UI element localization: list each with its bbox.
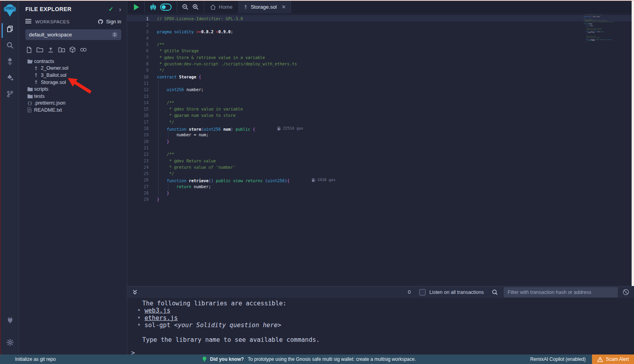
line-number: 21 [127, 145, 149, 151]
terminal-output[interactable]: The following libraries are accessible:•… [127, 298, 634, 356]
line-number: 2 [127, 22, 149, 28]
gas-estimate-badge: 2410 gas [312, 177, 336, 183]
tree-item-readme-txt[interactable]: README.txt [19, 107, 127, 114]
line-number: 16 [127, 112, 149, 118]
new-file-icon[interactable] [26, 47, 32, 53]
zoom-out-icon[interactable] [182, 4, 189, 10]
run-script-button[interactable] [134, 4, 139, 10]
code-editor[interactable]: 1234567891011121314151617181920212223242… [127, 13, 634, 286]
sol-icon [34, 66, 41, 71]
workspace-sort-icon [112, 32, 118, 38]
file-explorer-icon[interactable] [1, 22, 19, 36]
transaction-count-badge: 0 [408, 289, 411, 295]
line-number: 6 [127, 48, 149, 54]
clear-console-icon[interactable] [623, 289, 629, 295]
terminal-list-item: • sol-gpt <your Solidity question here> [127, 322, 634, 329]
tree-item-label: Storage.sol [41, 80, 66, 85]
tab-home-label: Home [219, 4, 233, 10]
tab-storage-sol[interactable]: Storage.sol ✕ [239, 1, 291, 13]
line-number: 7 [127, 54, 149, 61]
plugin-manager-icon[interactable] [1, 313, 19, 327]
terminal-line [127, 329, 634, 336]
listen-transactions-checkbox[interactable] [419, 289, 426, 295]
deploy-and-run-icon[interactable] [1, 71, 19, 84]
line-number: 8 [127, 61, 149, 67]
folder-icon [27, 87, 34, 91]
github-icon [97, 19, 104, 25]
publish-gist-icon[interactable] [69, 46, 76, 53]
workspaces-row: WORKSPACES Sign in [19, 14, 127, 28]
sign-in-button[interactable]: Sign in [97, 19, 121, 25]
upload-folder-icon[interactable] [58, 47, 65, 53]
tip-label: Did you know? [210, 356, 244, 362]
new-folder-icon[interactable] [36, 47, 43, 53]
terminal-search-icon[interactable] [492, 289, 498, 295]
window-top-border [0, 0, 634, 1]
tip-text: To prototype using the Gnosis safe multi… [248, 356, 416, 362]
workspaces-menu-icon[interactable] [25, 18, 31, 25]
line-number: 12 [127, 86, 149, 93]
copilot-status[interactable]: RemixAI Copilot (enabled) [530, 354, 586, 364]
warning-icon [597, 357, 603, 362]
status-bar: Initialize as git repo Did you know? To … [0, 354, 634, 364]
tree-item-label: 3_Ballot.sol [41, 72, 67, 78]
search-icon[interactable] [1, 38, 19, 52]
sign-in-label: Sign in [106, 19, 121, 25]
remix-logo-icon[interactable] [1, 3, 19, 17]
tree-item-storage-sol[interactable]: Storage.sol [19, 79, 127, 86]
terminal-link[interactable]: ethers.js [145, 314, 178, 322]
remix-ide-window: FILE EXPLORER ✓ › WORKSPACES Sign in def… [0, 0, 634, 364]
tree-item-contracts[interactable]: contracts [19, 58, 127, 65]
ai-copilot-robot-icon[interactable] [149, 4, 157, 11]
terminal-line: The following libraries are accessible: [127, 300, 634, 307]
git-init-button[interactable]: Initialize as git repo [15, 354, 56, 364]
line-number: 11 [127, 80, 149, 86]
terminal-line: Type the library name to see available c… [127, 336, 634, 343]
panel-header: FILE EXPLORER ✓ › [19, 1, 127, 14]
line-number: 18 [127, 125, 149, 131]
tree-item--prettierrc-json[interactable]: {}.prettierrc.json [19, 100, 127, 107]
listen-transactions-label: Listen on all transactions [429, 290, 484, 295]
solidity-compiler-icon[interactable] [1, 55, 19, 68]
git-icon[interactable] [1, 87, 19, 101]
terminal-list-item: • web3.js [127, 307, 634, 314]
line-number: 5 [127, 41, 149, 48]
file-toolbar [19, 40, 127, 54]
tree-item-label: contracts [34, 59, 54, 64]
line-number: 25 [127, 170, 149, 177]
sol-icon [34, 80, 41, 85]
link-icon[interactable] [80, 47, 87, 52]
tree-item-tests[interactable]: tests [19, 93, 127, 100]
scam-alert-button[interactable]: Scam Alert [592, 354, 634, 364]
tree-item-label: .prettierrc.json [34, 100, 65, 106]
file-tree: contracts2_Owner.sol3_Ballot.solStorage.… [19, 58, 127, 114]
indent-guide [168, 131, 168, 138]
panel-title: FILE EXPLORER [25, 6, 109, 12]
file-explorer-panel: FILE EXPLORER ✓ › WORKSPACES Sign in def… [19, 1, 127, 354]
terminal-collapse-icon[interactable] [132, 289, 138, 295]
line-number: 13 [127, 93, 149, 99]
tree-item-2-owner-sol[interactable]: 2_Owner.sol [19, 65, 127, 72]
tree-item-3-ballot-sol[interactable]: 3_Ballot.sol [19, 72, 127, 79]
active-plugin-indicator [2, 23, 3, 38]
terminal-link[interactable]: web3.js [145, 307, 170, 314]
ai-copilot-toggle[interactable] [160, 4, 172, 11]
tab-close-icon[interactable]: ✕ [281, 4, 286, 10]
icon-rail [1, 1, 19, 354]
tree-item-scripts[interactable]: scripts [19, 86, 127, 93]
zoom-in-icon[interactable] [192, 4, 199, 10]
solidity-file-icon [244, 4, 248, 10]
panel-collapse-chevron-icon[interactable]: › [119, 6, 121, 13]
upload-file-icon[interactable] [48, 47, 54, 53]
tab-home[interactable]: Home [204, 1, 239, 13]
file-icon [27, 107, 34, 112]
tab-storage-label: Storage.sol [251, 4, 277, 10]
settings-gear-icon[interactable] [1, 335, 19, 349]
transaction-filter-input[interactable] [504, 287, 618, 297]
line-number: 19 [127, 131, 149, 138]
json-icon: {} [27, 101, 34, 105]
workspace-name: default_workspace [29, 32, 112, 38]
editor-minimap[interactable]: // SPDX-License-Identifier: GPL-3.0pragm… [584, 15, 630, 44]
workspace-select[interactable]: default_workspace [25, 29, 121, 40]
editor-scrollbar[interactable] [632, 1, 634, 286]
